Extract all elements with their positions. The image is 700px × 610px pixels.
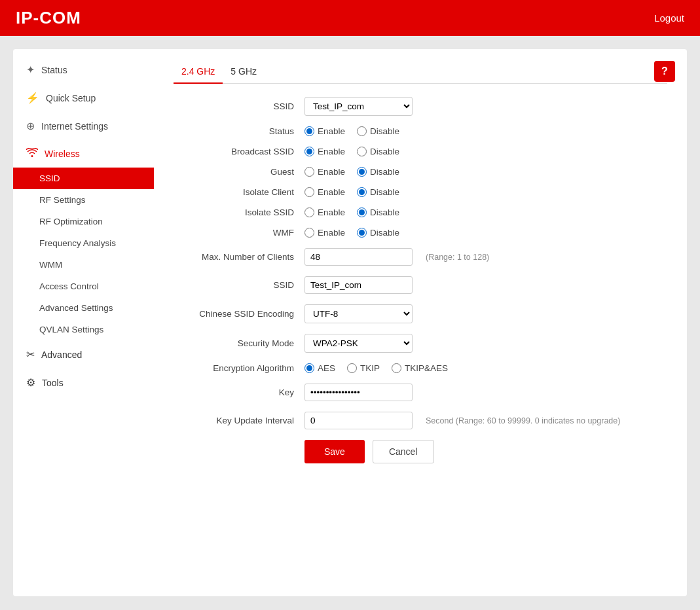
logo: IP-COM <box>16 8 81 28</box>
broadcast-disable-label[interactable]: Disable <box>357 147 399 156</box>
chinese-ssid-select[interactable]: UTF-8 GBK <box>304 304 413 323</box>
encryption-tkip-label[interactable]: TKIP <box>347 363 380 373</box>
sidebar-item-quick-setup[interactable]: ⚡ Quick Setup <box>13 84 154 112</box>
wmf-enable-radio[interactable] <box>304 228 314 238</box>
chinese-ssid-row: Chinese SSID Encoding UTF-8 GBK <box>174 304 667 323</box>
sidebar-sub-item-ssid[interactable]: SSID <box>13 168 154 189</box>
encryption-tkip-aes-label[interactable]: TKIP&AES <box>392 363 448 373</box>
key-control <box>304 384 413 401</box>
guest-disable-radio[interactable] <box>357 167 367 177</box>
status-enable-label[interactable]: Enable <box>304 126 345 136</box>
encryption-control: AES TKIP TKIP&AES <box>304 363 448 373</box>
sidebar-item-label: Status <box>41 65 67 75</box>
key-input[interactable] <box>304 384 413 401</box>
sidebar-item-wireless[interactable]: Wireless <box>13 140 154 168</box>
broadcast-enable-label[interactable]: Enable <box>304 147 345 156</box>
ssid-dropdown-label: SSID <box>174 101 304 111</box>
save-button[interactable]: Save <box>304 440 365 463</box>
isolate-client-label: Isolate Client <box>174 187 304 197</box>
wmf-disable-radio[interactable] <box>357 228 367 238</box>
key-update-row: Key Update Interval Second (Range: 60 to… <box>174 412 667 429</box>
cancel-button[interactable]: Cancel <box>373 440 434 463</box>
security-mode-label: Security Mode <box>174 338 304 348</box>
status-disable-text: Disable <box>370 126 399 136</box>
guest-disable-label[interactable]: Disable <box>357 167 399 177</box>
ssid-text-input[interactable] <box>304 276 413 294</box>
sidebar-sub-item-rf-settings[interactable]: RF Settings <box>13 189 154 211</box>
status-enable-radio[interactable] <box>304 126 314 136</box>
broadcast-disable-radio[interactable] <box>357 147 367 156</box>
sidebar-item-label: Quick Setup <box>46 93 96 103</box>
chinese-ssid-label: Chinese SSID Encoding <box>174 309 304 319</box>
content-panel: ? 2.4 GHz 5 GHz SSID Test_IP_com Status … <box>154 49 687 596</box>
sidebar-item-advanced[interactable]: ✂ Advanced <box>13 340 154 368</box>
activity-icon: ✦ <box>26 63 35 76</box>
isolate-client-disable-radio[interactable] <box>357 187 367 197</box>
sidebar-item-status[interactable]: ✦ Status <box>13 56 154 84</box>
status-disable-radio[interactable] <box>357 126 367 136</box>
isolate-ssid-enable-radio[interactable] <box>304 207 314 217</box>
encryption-tkip-aes-radio[interactable] <box>392 363 401 373</box>
encryption-aes-text: AES <box>318 363 335 373</box>
isolate-client-enable-label[interactable]: Enable <box>304 187 345 197</box>
sidebar-sub-item-frequency-analysis[interactable]: Frequency Analysis <box>13 232 154 254</box>
isolate-client-disable-label[interactable]: Disable <box>357 187 399 197</box>
guest-enable-radio[interactable] <box>304 167 314 177</box>
key-update-hint: Second (Range: 60 to 99999. 0 indicates … <box>426 416 620 425</box>
encryption-tkip-text: TKIP <box>360 363 380 373</box>
guest-row: Guest Enable Disable <box>174 167 667 177</box>
quick-icon: ⚡ <box>26 92 39 104</box>
sidebar-item-tools[interactable]: ⚙ Tools <box>13 368 154 397</box>
isolate-client-enable-radio[interactable] <box>304 187 314 197</box>
ssid-dropdown-row: SSID Test_IP_com <box>174 97 667 116</box>
help-button[interactable]: ? <box>654 61 675 82</box>
max-clients-label: Max. Number of Clients <box>174 252 304 262</box>
key-update-input[interactable] <box>304 412 413 429</box>
status-disable-label[interactable]: Disable <box>357 126 399 136</box>
tab-5ghz[interactable]: 5 GHz <box>223 62 265 81</box>
max-clients-input[interactable] <box>304 248 413 266</box>
guest-label: Guest <box>174 167 304 177</box>
isolate-client-row: Isolate Client Enable Disable <box>174 187 667 197</box>
ssid-dropdown[interactable]: Test_IP_com <box>304 97 413 116</box>
encryption-label: Encryption Algorithm <box>174 363 304 373</box>
sidebar-item-internet-settings[interactable]: ⊕ Internet Settings <box>13 112 154 140</box>
status-row: Status Enable Disable <box>174 126 667 136</box>
wmf-enable-text: Enable <box>318 228 345 238</box>
sidebar-sub-item-rf-optimization[interactable]: RF Optimization <box>13 211 154 232</box>
isolate-ssid-row: Isolate SSID Enable Disable <box>174 207 667 217</box>
key-update-label: Key Update Interval <box>174 416 304 425</box>
broadcast-ssid-row: Broadcast SSID Enable Disable <box>174 147 667 156</box>
security-mode-select[interactable]: WPA2-PSK WPA-PSK WEP None <box>304 334 413 353</box>
broadcast-enable-radio[interactable] <box>304 147 314 156</box>
status-label: Status <box>174 126 304 136</box>
max-clients-control: (Range: 1 to 128) <box>304 248 489 266</box>
sidebar-sub-item-qvlan-settings[interactable]: QVLAN Settings <box>13 319 154 340</box>
wmf-enable-label[interactable]: Enable <box>304 228 345 238</box>
security-mode-row: Security Mode WPA2-PSK WPA-PSK WEP None <box>174 334 667 353</box>
encryption-tkip-radio[interactable] <box>347 363 357 373</box>
tab-2-4ghz[interactable]: 2.4 GHz <box>174 62 223 84</box>
isolate-client-control: Enable Disable <box>304 187 399 197</box>
guest-enable-label[interactable]: Enable <box>304 167 345 177</box>
encryption-aes-radio[interactable] <box>304 363 314 373</box>
ssid-dropdown-control: Test_IP_com <box>304 97 413 116</box>
ssid-text-label: SSID <box>174 280 304 290</box>
isolate-ssid-disable-label[interactable]: Disable <box>357 207 399 217</box>
sidebar-sub-item-wmm[interactable]: WMM <box>13 254 154 276</box>
wireless-icon <box>26 148 38 160</box>
encryption-aes-label[interactable]: AES <box>304 363 335 373</box>
logout-button[interactable]: Logout <box>654 12 684 24</box>
key-row: Key <box>174 384 667 401</box>
max-clients-row: Max. Number of Clients (Range: 1 to 128) <box>174 248 667 266</box>
guest-control: Enable Disable <box>304 167 399 177</box>
sidebar-section-label: Advanced <box>41 350 82 360</box>
sidebar-section-label: Wireless <box>45 149 80 159</box>
wmf-disable-label[interactable]: Disable <box>357 228 399 238</box>
isolate-ssid-disable-radio[interactable] <box>357 207 367 217</box>
chinese-ssid-control: UTF-8 GBK <box>304 304 413 323</box>
sidebar-sub-item-access-control[interactable]: Access Control <box>13 276 154 297</box>
sidebar-sub-item-advanced-settings[interactable]: Advanced Settings <box>13 297 154 319</box>
isolate-ssid-label: Isolate SSID <box>174 207 304 217</box>
isolate-ssid-enable-label[interactable]: Enable <box>304 207 345 217</box>
